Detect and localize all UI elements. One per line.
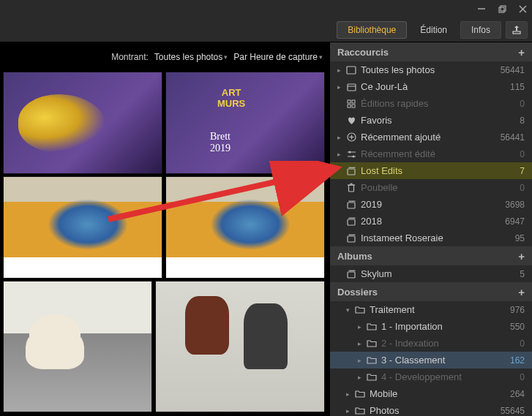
svg-rect-31 xyxy=(348,272,355,278)
section-title: Albums xyxy=(337,251,372,262)
stack-icon xyxy=(345,270,358,279)
sidebar: Raccourcis + ▸Toutes les photos56441▸Ce … xyxy=(330,42,532,416)
sidebar-item[interactable]: ▸3 - Classement162 xyxy=(330,352,532,368)
sidebar-item-count: 0 xyxy=(520,183,525,193)
showing-label: Montrant: xyxy=(111,52,149,62)
sidebar-item[interactable]: ▸1 - Importation550 xyxy=(330,318,532,335)
sidebar-item-count: 95 xyxy=(515,233,525,243)
svg-rect-10 xyxy=(352,100,355,103)
section-header-folders[interactable]: Dossiers + xyxy=(330,282,532,301)
sidebar-item[interactable]: 20193698 xyxy=(330,196,532,213)
sidebar-item-label: 4 - Developpement xyxy=(378,371,520,382)
sidebar-item-count: 264 xyxy=(510,389,525,399)
stack-icon xyxy=(345,167,358,175)
sidebar-item-count: 55645 xyxy=(501,406,525,416)
thumbnail[interactable] xyxy=(3,281,152,412)
chevron-right-icon: ▸ xyxy=(358,323,365,330)
sidebar-item-label: Récemment édité xyxy=(358,148,520,159)
sidebar-item-count: 162 xyxy=(510,355,525,366)
filter-scope-dropdown[interactable]: Toutes les photos ▾ xyxy=(154,52,228,62)
folder-icon xyxy=(353,406,367,415)
sidebar-item[interactable]: ▸Ce Jour-Là115 xyxy=(330,78,532,95)
sidebar-item[interactable]: 20186947 xyxy=(330,213,532,230)
main-toolbar: Bibliothèque Édition Infos xyxy=(0,18,532,42)
add-shortcut-button[interactable]: + xyxy=(518,46,525,58)
sidebar-item[interactable]: ▸2 - Indexation0 xyxy=(330,335,532,352)
calendar-icon xyxy=(345,83,358,91)
sidebar-item-label: Toutes les photos xyxy=(358,64,501,75)
add-album-button[interactable]: + xyxy=(518,250,525,262)
tab-edit[interactable]: Édition xyxy=(410,21,457,39)
section-title: Dossiers xyxy=(337,287,378,298)
sidebar-item[interactable]: Favoris8 xyxy=(330,112,532,129)
thumbnail[interactable] xyxy=(3,176,162,279)
chevron-down-icon: ▾ xyxy=(224,53,228,61)
window-minimize-button[interactable] xyxy=(476,4,487,14)
section-title: Raccourcis xyxy=(337,47,389,58)
window-maximize-button[interactable] xyxy=(497,4,507,14)
chevron-right-icon: ▸ xyxy=(346,407,353,415)
sidebar-item-count: 550 xyxy=(510,322,525,332)
chevron-right-icon: ▸ xyxy=(358,357,365,364)
sidebar-item-count: 0 xyxy=(520,372,525,382)
sidebar-item[interactable]: Poubelle0 xyxy=(330,179,532,196)
add-folder-button[interactable]: + xyxy=(518,286,525,298)
sidebar-item-count: 56441 xyxy=(501,65,525,75)
sidebar-item[interactable]: ▸4 - Developpement0 xyxy=(330,368,532,385)
sidebar-item-label: Récemment ajouté xyxy=(358,132,501,143)
sidebar-item-count: 0 xyxy=(520,99,525,109)
chevron-down-icon: ▾ xyxy=(346,306,353,314)
sidebar-item[interactable]: Éditions rapides0 xyxy=(330,95,532,112)
sidebar-item[interactable]: Skylum5 xyxy=(330,265,532,282)
share-icon xyxy=(512,25,522,35)
folder-icon xyxy=(353,390,367,398)
svg-rect-11 xyxy=(348,105,351,107)
thumbnail[interactable] xyxy=(155,281,325,412)
sort-order-value: Par Heure de capture xyxy=(233,52,318,62)
filter-scope-value: Toutes les photos xyxy=(154,52,222,62)
thumbnail[interactable] xyxy=(3,72,162,174)
sidebar-item-label: Poubelle xyxy=(358,182,520,193)
sidebar-item[interactable]: ▸Mobile264 xyxy=(330,385,532,402)
sidebar-item[interactable]: ▸Photos55645 xyxy=(330,402,532,416)
tab-info[interactable]: Infos xyxy=(460,21,501,39)
sidebar-item-label: 2018 xyxy=(358,216,505,227)
svg-rect-20 xyxy=(348,169,355,175)
sidebar-item[interactable]: ▸Récemment ajouté56441 xyxy=(330,129,532,145)
chevron-right-icon: ▸ xyxy=(346,390,353,398)
sidebar-item-count: 8 xyxy=(520,116,525,126)
sidebar-item[interactable]: ▸Toutes les photos56441 xyxy=(330,61,532,78)
sidebar-item[interactable]: ▸Récemment édité0 xyxy=(330,145,532,162)
filter-bar: Montrant: Toutes les photos ▾ Par Heure … xyxy=(0,42,330,72)
svg-rect-7 xyxy=(348,84,356,91)
share-button[interactable] xyxy=(506,21,528,39)
svg-rect-5 xyxy=(513,31,520,34)
plus-circle-icon xyxy=(345,132,358,142)
svg-point-19 xyxy=(352,155,354,157)
svg-rect-9 xyxy=(348,100,351,103)
tab-library[interactable]: Bibliothèque xyxy=(337,21,407,39)
section-header-albums[interactable]: Albums + xyxy=(330,246,532,265)
svg-rect-6 xyxy=(347,67,356,74)
svg-rect-1 xyxy=(499,7,504,12)
sidebar-item-count: 115 xyxy=(510,82,525,92)
photos-icon xyxy=(345,66,358,75)
thumbnail[interactable] xyxy=(165,72,325,174)
svg-rect-2 xyxy=(501,6,506,11)
sidebar-item[interactable]: Instameet Roseraie95 xyxy=(330,230,532,246)
svg-point-17 xyxy=(348,151,351,153)
chevron-right-icon: ▸ xyxy=(358,374,365,381)
sidebar-item[interactable]: Lost Edits7 xyxy=(330,162,532,179)
section-header-shortcuts[interactable]: Raccourcis + xyxy=(330,42,532,61)
sidebar-item-count: 6947 xyxy=(505,216,525,227)
folder-icon xyxy=(365,322,378,330)
window-close-button[interactable] xyxy=(517,4,528,14)
folder-icon xyxy=(365,373,378,381)
sidebar-item-count: 5 xyxy=(520,269,525,279)
sidebar-item-count: 0 xyxy=(520,149,525,159)
sort-order-dropdown[interactable]: Par Heure de capture ▾ xyxy=(233,52,323,62)
chevron-right-icon: ▸ xyxy=(358,340,365,347)
thumbnail[interactable] xyxy=(165,176,325,279)
sidebar-item[interactable]: ▾Traitement976 xyxy=(330,301,532,318)
window-titlebar xyxy=(0,0,532,18)
